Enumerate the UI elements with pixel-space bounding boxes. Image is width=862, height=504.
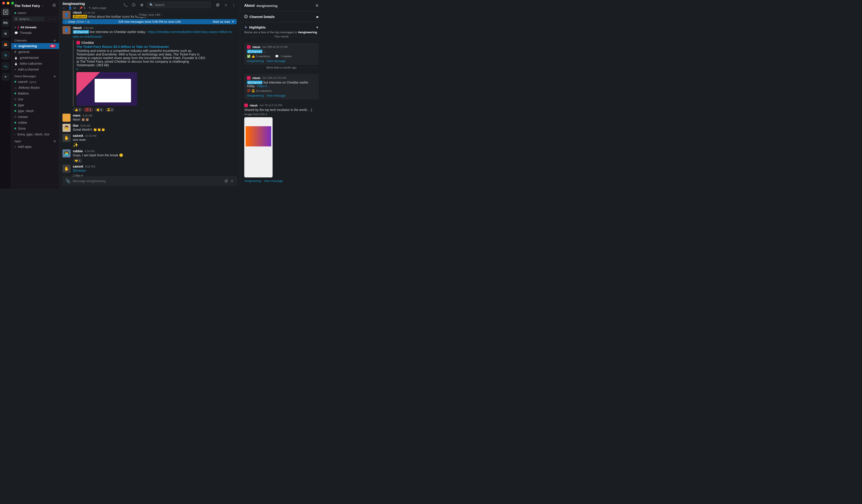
message: 👨 Gor9:04 AM Great Work!!! 👏👏👏 (63, 123, 237, 133)
channel-mention[interactable]: @channel (73, 30, 89, 34)
close-details-icon[interactable]: ✕ (315, 3, 319, 8)
call-icon[interactable]: 📞 (123, 2, 129, 8)
highlight-card[interactable]: riteshJun 29th at 10:22 AM @channel ... … (244, 43, 319, 65)
mentions-icon[interactable]: @ (215, 2, 221, 8)
view-message-link[interactable]: View message (264, 179, 283, 183)
reaction[interactable]: 👍3 (73, 108, 82, 112)
avatar[interactable]: ✋ (63, 134, 70, 142)
reaction[interactable]: 🤝1 (73, 159, 82, 163)
pins-count[interactable]: 📌 6 (79, 6, 85, 10)
avatar[interactable]: 👨 (63, 124, 70, 132)
star-button[interactable]: ☆ (63, 6, 65, 10)
channel-engineering[interactable]: engineering 9+ (11, 43, 59, 49)
workspace-ticketfairy[interactable] (2, 8, 10, 16)
jump-label[interactable]: Jump (68, 20, 75, 23)
at-icon[interactable]: @ (224, 179, 228, 183)
composer-input[interactable] (73, 179, 222, 183)
message-composer[interactable]: 📎 @ ☺ (63, 176, 237, 186)
all-unreads-link[interactable]: ≡ All Unreads (11, 25, 59, 30)
highlights-header[interactable]: Highlights ▼ (244, 25, 319, 29)
dm-jigar-ritesh[interactable]: jigar, ritesh (11, 108, 59, 114)
emoji-icon[interactable]: ☺ (230, 179, 234, 183)
message-author[interactable]: ritesh (73, 26, 82, 30)
details-about-label: About (244, 4, 254, 8)
history-back-button[interactable]: ‹ (46, 17, 51, 22)
highlight-image-preview[interactable] (244, 117, 273, 177)
dm-babken[interactable]: Babken (11, 91, 59, 96)
workspace-n[interactable]: N (2, 30, 10, 38)
workspace-pd[interactable]: PD (2, 19, 10, 27)
dm-sona[interactable]: Sona (11, 125, 59, 131)
close-banner-icon[interactable]: ✕ (232, 20, 234, 23)
view-message-link[interactable]: View message (266, 59, 285, 63)
avatar[interactable] (63, 114, 70, 122)
user-mention[interactable]: @masao (73, 169, 86, 172)
dm-masao[interactable]: masao (11, 114, 59, 120)
history-forward-button[interactable]: › (52, 17, 57, 22)
workspace-icon-5[interactable] (2, 62, 10, 70)
reaction[interactable]: 💯1 (83, 108, 93, 112)
dm-robbie[interactable]: robbie (11, 120, 59, 125)
avatar[interactable]: ✋ (63, 164, 70, 173)
add-channel-icon[interactable]: ⊕ (53, 39, 56, 42)
avatar[interactable]: 👤 (63, 26, 70, 34)
settings-icon[interactable]: ⚙ (139, 2, 145, 8)
members-count[interactable]: 👤 14 (68, 6, 76, 10)
view-message-link[interactable]: View message (266, 94, 285, 97)
chevron-down-icon: ▼ (316, 26, 319, 29)
workspace-icon-3[interactable]: 🦊 (2, 40, 10, 49)
add-dm-icon[interactable]: ⊕ (53, 75, 56, 78)
info-icon: ⓘ (244, 15, 248, 19)
channel-twilio[interactable]: twilio-callcentre (11, 61, 59, 66)
channel-greatchannel[interactable]: greatchannel (11, 55, 59, 61)
avatar[interactable]: 👨‍💻 (63, 149, 70, 157)
dms-section-header[interactable]: Direct Messages ⊕ (11, 72, 59, 79)
dm-gor[interactable]: Gor (11, 96, 59, 102)
channel-details-section[interactable]: ⓘ Channel Details ▶ (240, 11, 323, 22)
current-user-status[interactable]: caiceA (11, 11, 59, 16)
jump-up-icon[interactable]: ↑ (65, 20, 67, 23)
channel-label: general (18, 50, 29, 54)
jump-to-input[interactable]: ☰ Jump to... (13, 16, 45, 22)
add-app-icon[interactable]: ⊕ (53, 140, 56, 143)
channel-label: greatchannel (20, 56, 39, 59)
window-traffic-lights[interactable] (2, 2, 14, 4)
time-break-label: More than a month ago (264, 66, 299, 69)
add-topic-button[interactable]: ✎ Add a topic (89, 6, 106, 10)
mark-read-button[interactable]: Mark as read (213, 20, 230, 23)
channel-general[interactable]: general (11, 49, 59, 55)
channel-label: twilio-callcentre (20, 62, 42, 65)
search-input[interactable]: 🔍 Search (147, 2, 211, 8)
workspace-icon-4[interactable] (2, 51, 10, 59)
info-icon[interactable]: ⓘ (131, 2, 136, 8)
details-channel-name: #engineering (257, 4, 277, 8)
dm-aleksey[interactable]: △Aleksey Boyko (11, 85, 59, 91)
attachment-title[interactable]: The Ticket Fairy Raises $2.5 Million to … (76, 45, 208, 49)
add-workspace-button[interactable]: + (2, 73, 10, 81)
add-channel-link[interactable]: + Add a channel (11, 66, 59, 72)
notifications-icon[interactable] (52, 3, 56, 8)
channel-title[interactable]: #engineering (63, 2, 106, 6)
attachment-preview-image[interactable] (76, 72, 137, 106)
threads-label: Threads (20, 31, 32, 35)
hash-icon (14, 44, 17, 48)
add-apps-link[interactable]: + Add apps (11, 144, 59, 149)
star-icon[interactable]: ☆ (223, 2, 229, 8)
reaction[interactable]: 😎2 (105, 108, 115, 112)
dm-group[interactable]: ▫Sona, jigar, ritesh, Gor (11, 131, 59, 137)
highlight-card[interactable]: riteshJun 14th at 2:53 AM @channel live … (244, 74, 319, 100)
apps-section-header[interactable]: Apps ⊕ (11, 137, 59, 144)
lock-icon (14, 56, 18, 59)
workspace-name[interactable]: The Ticket Fairy (14, 4, 40, 8)
reaction[interactable]: 👏4 (94, 108, 104, 112)
more-icon[interactable]: ⋮ (231, 2, 237, 8)
message-list[interactable]: 👤 ritesh 2:53 AM @channel live interview… (59, 25, 240, 176)
channels-section-header[interactable]: Channels ⊕ (11, 37, 59, 43)
dm-jigar[interactable]: jigar (11, 102, 59, 108)
threads-link[interactable]: 💬 Threads (11, 30, 59, 36)
highlight-card[interactable]: riteshJun 7th at 5:10 PM Shared by the t… (244, 101, 319, 185)
files-toggle[interactable]: 2 files (73, 174, 80, 176)
attach-icon[interactable]: 📎 (65, 178, 70, 184)
dm-caicea[interactable]: caiceA (you) (11, 79, 59, 85)
channel-header: #engineering ☆ 👤 14 📌 6 ✎ Add a topic 📞 … (59, 0, 240, 11)
